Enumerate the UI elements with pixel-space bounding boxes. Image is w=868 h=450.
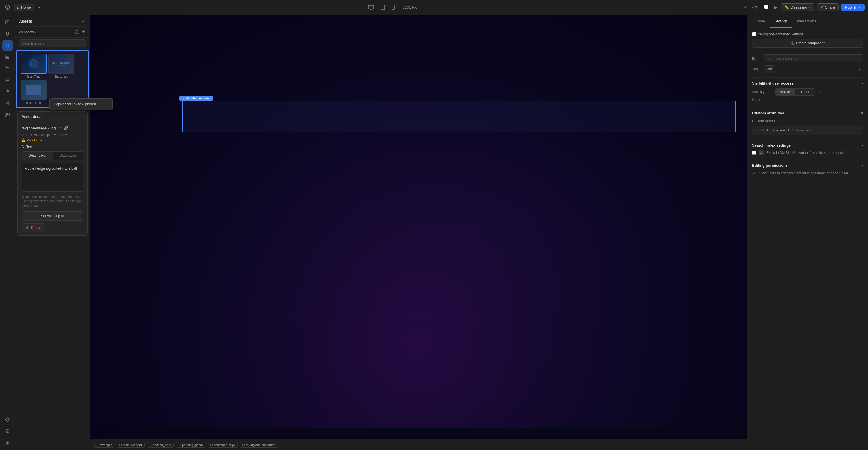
- publish-button[interactable]: Publish ▾: [841, 4, 865, 11]
- all-assets-dropdown[interactable]: All Assets ▾: [19, 30, 36, 34]
- search-index-checkbox[interactable]: [752, 151, 756, 155]
- asset-label-web: web-...p.png: [21, 101, 46, 104]
- tablet-view-button[interactable]: [380, 4, 386, 11]
- tag-row: Tag Div: [747, 65, 868, 77]
- asset-thumb-img-style: Client First Elements Style Guide: [48, 54, 74, 74]
- alt-text-section-label: Alt Text: [22, 145, 84, 149]
- warning-text: Very Large: [27, 138, 42, 142]
- assets-title: Assets: [19, 19, 32, 24]
- sidebar-item-logic[interactable]: [2, 98, 13, 108]
- search-index-caret: ▾: [862, 143, 863, 147]
- style-preview: Client First Elements Style Guide: [49, 54, 74, 74]
- svg-rect-16: [8, 103, 9, 104]
- descriptive-tab[interactable]: Descriptive: [22, 152, 53, 160]
- breadcrumb-item-container-large[interactable]: container-large: [208, 442, 237, 448]
- sidebar-item-pages[interactable]: [2, 17, 13, 28]
- custom-attributes-label: Custom Attributes: [752, 119, 779, 123]
- search-index-label: Exclude Div Block's content from site se…: [767, 151, 863, 155]
- asset-label-globe: fs-g...7.jpg: [21, 75, 46, 78]
- visibility-section-header[interactable]: Visibility & user access ▾: [747, 77, 868, 88]
- open-external-button[interactable]: ↗: [58, 125, 62, 131]
- play-icon[interactable]: ▶: [773, 3, 778, 11]
- breadcrumb-item-padding-global[interactable]: padding-global: [176, 442, 205, 448]
- chevron-down-icon: ▾: [859, 6, 861, 9]
- copy-link-button[interactable]: 🔗: [63, 125, 69, 131]
- svg-point-10: [6, 55, 9, 56]
- sidebar-item-users[interactable]: [2, 75, 13, 85]
- sidebar-item-assets[interactable]: [2, 40, 13, 51]
- filter-label: All Assets: [19, 30, 34, 34]
- create-component-button[interactable]: Create component: [752, 38, 863, 48]
- id-input[interactable]: [764, 54, 863, 62]
- svg-rect-7: [8, 44, 9, 45]
- delete-button[interactable]: 🗑 Delete: [22, 223, 45, 232]
- tag-select[interactable]: Div: [764, 65, 775, 73]
- asset-filename-row: fs-globe-image-7.jpg ↗ 🔗: [22, 125, 84, 131]
- assets-header-icons: →: [80, 19, 86, 24]
- assets-panel: Assets → All Assets ▾: [15, 15, 90, 450]
- svg-point-13: [7, 78, 8, 80]
- search-index-title: Search index settings: [752, 143, 790, 148]
- sidebar-item-cms[interactable]: [2, 52, 13, 62]
- sidebar-item-layers[interactable]: [2, 29, 13, 39]
- visible-button[interactable]: Visible: [775, 89, 795, 95]
- alt-text-input[interactable]: A cute hedgehog curled into a ball.: [22, 163, 84, 192]
- tab-interactions[interactable]: Interactions: [793, 15, 821, 28]
- search-index-icon: [759, 150, 764, 155]
- add-asset-button[interactable]: [81, 29, 86, 35]
- asset-thumb-style[interactable]: Client First Elements Style Guide Star..…: [48, 54, 74, 78]
- tab-style[interactable]: Style: [752, 15, 770, 28]
- breadcrumb-item-fs-3dglobe[interactable]: fs-3dglobe-container: [240, 442, 277, 448]
- desktop-view-button[interactable]: [367, 4, 375, 11]
- search-input[interactable]: [19, 39, 86, 47]
- checkmark-icon[interactable]: ✓: [743, 3, 749, 11]
- settings-section-top: fs-3dglobe-container Settings Create com…: [747, 28, 868, 54]
- canvas-element-box[interactable]: [182, 101, 736, 132]
- editing-permissions-header[interactable]: Editing permissions ▾: [747, 159, 868, 170]
- editing-permissions-caret: ▾: [862, 164, 863, 167]
- asset-thumb-web[interactable]: web-...p.png: [21, 80, 46, 104]
- sidebar-item-ecommerce[interactable]: [2, 63, 13, 74]
- expand-panel-button[interactable]: →: [80, 19, 86, 24]
- add-custom-attribute-button[interactable]: +: [861, 119, 863, 124]
- tag-label: Tag: [752, 67, 761, 71]
- sidebar-item-components[interactable]: [2, 86, 13, 97]
- breadcrumb-item-wrapper[interactable]: wrapper: [94, 442, 115, 448]
- decorative-tab[interactable]: Decorative: [53, 152, 84, 160]
- search-index-header[interactable]: Search index settings ▾: [747, 139, 868, 150]
- visibility-add-condition-button[interactable]: +: [818, 89, 824, 95]
- dimensions-icon: ⤢: [22, 133, 24, 136]
- main-layout: {F} Assets → All Assets ▾: [0, 15, 868, 450]
- set-alt-ai-button[interactable]: Set Alt using AI: [22, 211, 84, 221]
- assets-search: [15, 38, 90, 49]
- tab-settings[interactable]: Settings: [770, 15, 793, 28]
- settings-checkbox[interactable]: [752, 32, 756, 36]
- topbar-right: ✓ </> 💬 ▶ ✏️ Designing ▾ ↗ Share Publish…: [743, 3, 865, 11]
- sidebar-item-settings[interactable]: [2, 414, 13, 425]
- breadcrumb-item-section-hero[interactable]: section_hero: [147, 442, 174, 448]
- mobile-view-button[interactable]: [391, 4, 396, 11]
- canvas-content[interactable]: fs-3dglobe-container: [90, 15, 747, 439]
- custom-attributes-caret[interactable]: ▾: [861, 110, 863, 116]
- chevron-down-icon: ▾: [35, 31, 36, 34]
- breadcrumb-item-main-wrapper[interactable]: main-wrapper: [117, 442, 145, 448]
- sidebar-item-fonts[interactable]: {F}: [2, 109, 13, 120]
- sidebar-item-accessibility[interactable]: [2, 437, 13, 448]
- comment-icon[interactable]: 💬: [762, 3, 770, 11]
- hidden-button[interactable]: Hidden: [795, 89, 815, 95]
- editing-permissions-row: ✓ Allow users to edit this element in ed…: [747, 170, 868, 180]
- tag-select-wrapper: Div: [764, 65, 863, 73]
- more-options-icon[interactable]: ···: [38, 5, 41, 10]
- home-button[interactable]: ⌂ Home: [14, 4, 34, 11]
- svg-rect-8: [6, 46, 7, 47]
- trash-icon: 🗑: [26, 226, 29, 230]
- share-button[interactable]: ↗ Share: [816, 3, 839, 11]
- breadcrumb-label: fs-3dglobe-container: [246, 443, 275, 447]
- code-icon[interactable]: </>: [751, 4, 760, 11]
- asset-thumb-globe[interactable]: fs-g...7.jpg: [21, 54, 46, 78]
- custom-attributes-header: Custom attributes ▾: [747, 106, 868, 119]
- mode-selector[interactable]: ✏️ Designing ▾: [781, 3, 814, 11]
- sidebar-item-help[interactable]: [2, 426, 13, 436]
- svg-point-12: [8, 70, 9, 70]
- upload-button[interactable]: [74, 29, 80, 35]
